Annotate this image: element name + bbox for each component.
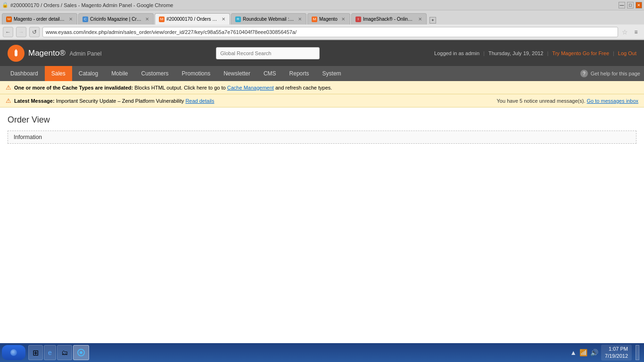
- user-info: Logged in as admin: [434, 50, 479, 56]
- logo-brand: Magento® Admin Panel: [28, 49, 101, 58]
- bookmark-button[interactable]: ☆: [622, 28, 628, 36]
- nav-system[interactable]: System: [316, 66, 348, 81]
- cache-alert-text: One or more of the Cache Types are inval…: [14, 85, 332, 90]
- tab-favicon-4: R: [235, 16, 241, 22]
- read-details-link[interactable]: Read details: [185, 98, 214, 104]
- tab-close-5[interactable]: ✕: [340, 16, 346, 22]
- nav-cms[interactable]: CMS: [257, 66, 283, 81]
- nav-promotions[interactable]: Promotions: [175, 66, 217, 81]
- alert-right-messages: You have 5 notice unread message(s). Go …: [497, 98, 638, 104]
- new-tab-button[interactable]: +: [429, 17, 436, 24]
- separator-2: |: [547, 50, 549, 56]
- nav-right-help: ? Get help for this page: [580, 70, 640, 77]
- security-alert-text: Latest Message: Important Security Updat…: [14, 98, 215, 104]
- header-center: [216, 47, 320, 59]
- tab-close-1[interactable]: ✕: [68, 16, 74, 22]
- cache-alert-banner: ⚠ One or more of the Cache Types are inv…: [0, 81, 644, 94]
- nav-reports[interactable]: Reports: [283, 66, 316, 81]
- tab-favicon-5: M: [312, 16, 317, 22]
- information-label: Information: [14, 134, 42, 140]
- app-header: Magento® Admin Panel Logged in as admin …: [0, 40, 644, 66]
- tab-label-3: #200000170 / Orders / Sale...: [166, 16, 218, 22]
- cache-alert-strong: One or more of the Cache Types are inval…: [14, 85, 133, 90]
- tab-label-1: Magento - order details an...: [14, 16, 66, 22]
- main-content: Order View Information: [0, 107, 644, 151]
- header-right: Logged in as admin | Thursday, July 19, …: [434, 50, 636, 56]
- security-alert-banner: ⚠ Latest Message: Important Security Upd…: [0, 94, 644, 107]
- magento-logo-icon: [8, 45, 25, 62]
- tab-close-6[interactable]: ✕: [417, 16, 422, 22]
- global-search-input[interactable]: [216, 47, 320, 59]
- browser-tab-6[interactable]: I ImageShack® - Online Ph... ✕: [351, 13, 427, 25]
- logo-area: Magento® Admin Panel: [8, 45, 101, 62]
- address-bar-row: ← → ↺ www.eyaas.com/index.php/admin/sale…: [0, 25, 644, 40]
- logout-link[interactable]: Log Out: [618, 50, 636, 56]
- logo-panel: Admin Panel: [69, 50, 101, 57]
- page-title: Order View: [8, 115, 636, 125]
- forward-button[interactable]: →: [16, 27, 26, 37]
- browser-tab-5[interactable]: M Magento ✕: [307, 13, 350, 25]
- settings-icon[interactable]: ≡: [631, 27, 641, 37]
- refresh-button[interactable]: ↺: [29, 27, 40, 37]
- nav-mobile[interactable]: Mobile: [105, 66, 134, 81]
- magento-svg: [11, 48, 21, 58]
- nav-sales[interactable]: Sales: [45, 66, 72, 81]
- browser-tab-4[interactable]: R Roundcube Webmail :: ey... ✕: [231, 13, 306, 25]
- date-info: Thursday, July 19, 2012: [488, 50, 544, 56]
- tab-label-4: Roundcube Webmail :: ey...: [243, 16, 294, 22]
- window-title: #200000170 / Orders / Sales - Magento Ad…: [10, 2, 173, 8]
- cache-alert-icon: ⚠: [6, 84, 11, 91]
- tab-favicon-6: I: [355, 16, 361, 22]
- help-icon: ?: [580, 70, 588, 77]
- tab-label-5: Magento: [319, 16, 338, 22]
- page-icon: 🔒: [2, 2, 8, 8]
- titlebar-left: 🔒 #200000170 / Orders / Sales - Magento …: [2, 2, 173, 8]
- logo-text-area: Magento® Admin Panel: [28, 49, 101, 58]
- browser-tabs: M Magento - order details an... ✕ C Cric…: [0, 10, 644, 25]
- latest-message-label: Latest Message:: [14, 98, 55, 104]
- nav-dashboard[interactable]: Dashboard: [4, 66, 45, 81]
- logo-magento: Magento: [28, 49, 59, 58]
- address-box[interactable]: www.eyaas.com/index.php/admin/sales_orde…: [42, 27, 618, 37]
- window-controls[interactable]: — □ ✕: [619, 2, 642, 8]
- tab-close-2[interactable]: ✕: [144, 16, 149, 22]
- close-button[interactable]: ✕: [636, 2, 642, 8]
- tab-label-2: Cricinfo Magazine | Cricke...: [90, 16, 141, 22]
- maximize-button[interactable]: □: [627, 2, 634, 8]
- browser-chrome: 🔒 #200000170 / Orders / Sales - Magento …: [0, 0, 644, 40]
- separator-1: |: [483, 50, 485, 56]
- tab-favicon-1: M: [6, 16, 12, 22]
- browser-tab-3[interactable]: M #200000170 / Orders / Sale... ✕: [155, 13, 230, 25]
- security-alert-icon: ⚠: [6, 97, 11, 104]
- go-to-messages-link[interactable]: Go to messages inbox: [587, 98, 638, 104]
- try-magento-link[interactable]: Try Magento Go for Free: [552, 50, 609, 56]
- browser-titlebar: 🔒 #200000170 / Orders / Sales - Magento …: [0, 0, 644, 10]
- nav-customers[interactable]: Customers: [134, 66, 175, 81]
- browser-tab-1[interactable]: M Magento - order details an... ✕: [2, 13, 77, 25]
- magento-app: Magento® Admin Panel Logged in as admin …: [0, 40, 644, 151]
- tab-label-6: ImageShack® - Online Ph...: [363, 16, 414, 22]
- back-button[interactable]: ←: [3, 27, 13, 37]
- tab-favicon-2: C: [83, 16, 88, 22]
- nav-newsletter[interactable]: Newsletter: [217, 66, 257, 81]
- tab-favicon-3: M: [159, 16, 165, 22]
- address-text: www.eyaas.com/index.php/admin/sales_orde…: [46, 29, 297, 35]
- nav-catalog[interactable]: Catalog: [72, 66, 105, 81]
- browser-tab-2[interactable]: C Cricinfo Magazine | Cricke... ✕: [78, 13, 154, 25]
- separator-3: |: [613, 50, 614, 56]
- information-section: Information: [8, 131, 636, 144]
- tab-close-4[interactable]: ✕: [297, 16, 302, 22]
- help-link[interactable]: Get help for this page: [591, 71, 640, 76]
- minimize-button[interactable]: —: [619, 2, 625, 8]
- tab-close-3[interactable]: ✕: [221, 16, 226, 22]
- nav-bar: Dashboard Sales Catalog Mobile Customers…: [0, 66, 644, 81]
- cache-management-link[interactable]: Cache Management: [227, 85, 274, 90]
